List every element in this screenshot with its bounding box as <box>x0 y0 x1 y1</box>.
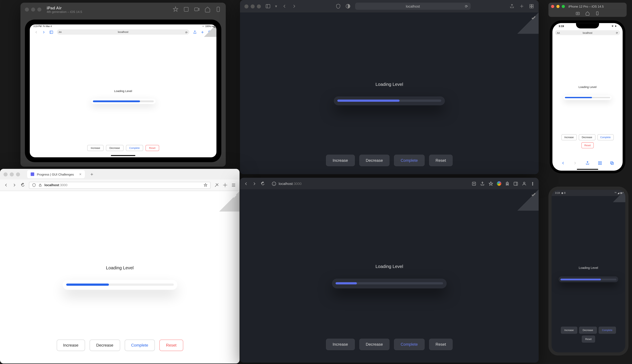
bookmark-icon[interactable] <box>488 181 493 186</box>
share-icon[interactable] <box>480 181 485 186</box>
loading-label: Loading Level <box>376 82 403 86</box>
android-screen: 3:19 ◉ 8 ⁵ᴳ ◢ ▮ Loading Level Increase D… <box>552 190 625 352</box>
complete-button[interactable]: Complete <box>598 326 616 334</box>
increase-button[interactable]: Increase <box>56 340 85 351</box>
complete-button[interactable]: Complete <box>124 340 155 351</box>
forward-icon[interactable] <box>42 28 46 36</box>
home-indicator[interactable] <box>577 168 598 170</box>
forward-icon[interactable] <box>573 159 578 167</box>
traffic-lights[interactable] <box>4 172 20 176</box>
complete-button[interactable]: Complete <box>394 155 424 166</box>
reload-icon[interactable] <box>260 181 265 186</box>
back-icon[interactable] <box>561 159 565 167</box>
increase-button[interactable]: Increase <box>326 155 355 166</box>
visbug-corner-icon[interactable] <box>204 24 216 37</box>
complete-button[interactable]: Complete <box>597 134 614 140</box>
extension-icon[interactable] <box>214 183 219 188</box>
appearance-icon[interactable] <box>345 4 351 9</box>
shield-icon[interactable] <box>32 183 36 187</box>
close-tab-icon[interactable]: × <box>79 172 82 176</box>
forward-icon[interactable] <box>252 181 257 186</box>
bookmark-icon[interactable] <box>204 183 208 187</box>
reset-button[interactable]: Reset <box>160 340 183 351</box>
reload-icon[interactable]: ⟳ <box>465 4 468 8</box>
decrease-button[interactable]: Decrease <box>90 340 120 351</box>
url-bar[interactable]: localhost ⟳ <box>355 3 470 10</box>
menu-icon[interactable] <box>231 183 236 188</box>
sidepanel-icon[interactable] <box>513 181 518 186</box>
forward-icon[interactable] <box>292 4 297 9</box>
screenshot-icon[interactable] <box>183 6 189 12</box>
increase-button[interactable]: Increase <box>87 145 104 151</box>
browser-tab[interactable]: Progress | GUI Challenges × <box>27 170 85 178</box>
iphone-simulator-window: iPhone 12 Pro – iOS 14.5 3:19 ᯤ ▮ AA loc… <box>548 3 627 178</box>
back-icon[interactable] <box>34 28 38 36</box>
share-icon[interactable] <box>193 28 197 36</box>
home-icon[interactable] <box>204 6 210 12</box>
url-bar[interactable]: localhost:3000 <box>269 180 468 187</box>
loading-label: Loading Level <box>579 266 598 269</box>
install-icon[interactable] <box>472 181 476 186</box>
menu-icon[interactable] <box>530 181 535 186</box>
tabs-icon[interactable] <box>610 159 614 167</box>
new-tab-icon[interactable] <box>519 4 524 9</box>
loading-label: Loading Level <box>578 85 596 88</box>
back-icon[interactable] <box>282 4 287 9</box>
increase-button[interactable]: Increase <box>561 326 577 334</box>
shield-icon[interactable] <box>336 4 341 9</box>
rotate-icon[interactable] <box>595 11 600 16</box>
reload-icon[interactable] <box>20 183 26 188</box>
reset-button[interactable]: Reset <box>581 142 594 148</box>
bookmarks-icon[interactable] <box>598 159 602 167</box>
home-indicator[interactable] <box>111 155 135 156</box>
extension-icon[interactable] <box>497 181 501 186</box>
progress-bar <box>332 278 446 288</box>
lock-icon <box>38 183 42 187</box>
rotate-icon[interactable] <box>215 6 221 12</box>
url-bar[interactable]: AA localhost ⟳ <box>57 29 189 35</box>
profile-icon[interactable] <box>522 181 527 186</box>
screenshot-icon[interactable] <box>576 11 580 16</box>
progress-bar <box>334 96 445 105</box>
decrease-button[interactable]: Decrease <box>359 155 390 166</box>
reset-button[interactable]: Reset <box>429 155 453 166</box>
tabs-icon[interactable] <box>529 4 534 9</box>
extension2-icon[interactable] <box>223 183 228 188</box>
reset-button[interactable]: Reset <box>429 338 453 350</box>
complete-button[interactable]: Complete <box>394 338 424 350</box>
traffic-lights[interactable] <box>25 7 41 12</box>
traffic-lights[interactable] <box>244 4 261 8</box>
visbug-corner-icon[interactable] <box>517 12 539 34</box>
share-icon[interactable] <box>509 4 514 9</box>
forward-icon[interactable] <box>12 183 17 188</box>
decrease-button[interactable]: Decrease <box>359 338 390 350</box>
back-icon[interactable] <box>4 183 8 188</box>
reload-icon[interactable]: ⟳ <box>616 31 618 34</box>
increase-button[interactable]: Increase <box>326 338 355 350</box>
decrease-button[interactable]: Decrease <box>579 134 595 140</box>
reset-button[interactable]: Reset <box>146 145 159 151</box>
sidebar-icon[interactable] <box>265 4 270 9</box>
record-icon[interactable] <box>194 6 200 12</box>
decrease-button[interactable]: Decrease <box>579 326 596 334</box>
visbug-corner-icon[interactable] <box>219 191 240 212</box>
pin-icon[interactable] <box>172 6 178 12</box>
sidebar-icon[interactable] <box>49 28 53 36</box>
decrease-button[interactable]: Decrease <box>106 145 124 151</box>
info-icon[interactable] <box>272 181 276 186</box>
visbug-corner-icon[interactable] <box>517 189 539 211</box>
back-icon[interactable] <box>244 181 248 186</box>
home-icon[interactable] <box>585 11 590 16</box>
traffic-lights[interactable] <box>551 5 565 8</box>
extensions-icon[interactable] <box>505 181 510 186</box>
complete-button[interactable]: Complete <box>126 145 143 151</box>
new-tab-icon[interactable]: + <box>90 172 93 177</box>
reset-button[interactable]: Reset <box>582 336 595 343</box>
url-bar[interactable]: localhost:3000 <box>29 182 211 188</box>
increase-button[interactable]: Increase <box>561 134 577 140</box>
loading-label: Loading Level <box>106 265 134 270</box>
url-bar[interactable]: AA localhost ⟳ <box>555 30 620 35</box>
share-icon[interactable] <box>585 159 590 167</box>
reload-icon[interactable]: ⟳ <box>185 30 188 34</box>
new-tab-icon[interactable] <box>200 28 204 36</box>
